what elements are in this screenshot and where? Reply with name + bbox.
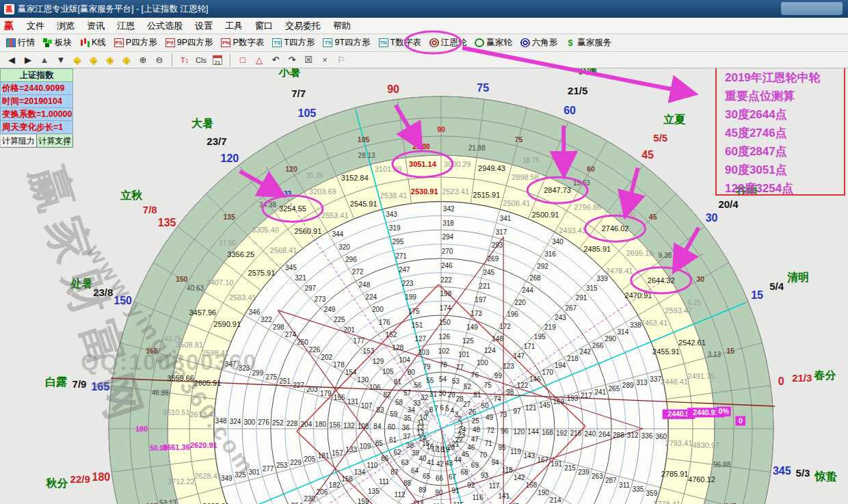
tool-rect-tool[interactable]: □: [235, 53, 250, 67]
svg-text:3407.10: 3407.10: [207, 278, 234, 287]
tool-nav-down[interactable]: ▼: [53, 53, 68, 67]
svg-text:2593.47: 2593.47: [665, 306, 692, 315]
menu-item-formula-stock-pick[interactable]: 公式选股: [141, 18, 189, 34]
toolbar-button-sectors[interactable]: 板块: [40, 36, 77, 50]
tool-nav-forward[interactable]: ▶: [21, 53, 36, 67]
menu-item-gann[interactable]: 江恩: [111, 18, 141, 34]
svg-text:76: 76: [471, 371, 479, 379]
menu-item-news[interactable]: 资讯: [81, 18, 111, 34]
menu-item-trade-entrust[interactable]: 交易委托: [279, 18, 327, 34]
svg-text:299: 299: [252, 369, 264, 377]
tool-rotate-ccw[interactable]: ↶: [268, 53, 283, 67]
9p-square-icon: P9: [165, 38, 175, 47]
tool-cls[interactable]: Cls: [194, 53, 209, 67]
svg-text:37.50: 37.50: [219, 239, 236, 247]
svg-text:82: 82: [383, 391, 391, 399]
tool-flag-tool[interactable]: ⚐: [334, 53, 349, 67]
toolbar-button-p-square[interactable]: PSP四方形: [111, 36, 162, 50]
tool-calendar[interactable]: 21: [210, 53, 225, 67]
toolbar-button-hexagon[interactable]: 六角形: [517, 36, 563, 50]
svg-text:88: 88: [403, 479, 412, 487]
menu-item-file[interactable]: 文件: [21, 18, 51, 34]
toolbar-button-quotes[interactable]: 行情: [3, 36, 40, 50]
svg-text:72: 72: [487, 427, 495, 434]
toolbar-button-t-number-table[interactable]: TNT数字表: [375, 36, 426, 50]
svg-text:2778.41: 2778.41: [653, 500, 680, 504]
svg-text:290: 290: [605, 335, 616, 343]
svg-text:93: 93: [481, 472, 489, 479]
svg-text:159: 159: [358, 498, 369, 504]
toolbar-button-kline[interactable]: K线: [77, 36, 111, 50]
svg-text:61: 61: [389, 436, 397, 444]
svg-text:346: 346: [249, 308, 261, 316]
svg-text:103: 103: [418, 349, 429, 356]
annotation-note-box: 2019年江恩轮中轮重要点位测算30度2644点45度2746点60度2847点…: [715, 68, 845, 196]
svg-text:2746.02: 2746.02: [602, 224, 629, 233]
menu-item-browse[interactable]: 浏览: [51, 18, 81, 34]
svg-text:170: 170: [542, 369, 553, 376]
tool-zoom-out[interactable]: ⊖: [152, 53, 167, 67]
svg-text:2508.41: 2508.41: [503, 199, 531, 207]
svg-text:226: 226: [309, 346, 321, 354]
svg-text:130: 130: [357, 376, 369, 384]
svg-text:119: 119: [510, 448, 521, 455]
svg-text:69: 69: [471, 462, 479, 469]
svg-text:345: 345: [773, 465, 791, 477]
svg-text:191: 191: [551, 460, 562, 468]
svg-text:288: 288: [613, 432, 624, 439]
tool-time-axis[interactable]: T↕: [177, 53, 192, 67]
svg-text:2455.91: 2455.91: [652, 347, 680, 356]
menu-item-tools[interactable]: 工具: [219, 18, 249, 34]
svg-text:273: 273: [315, 295, 326, 303]
tool-pan-left[interactable]: ◆←: [70, 53, 85, 67]
note-line-1: 2019年江恩轮中轮: [725, 68, 844, 87]
pan-up-arrow: ↑: [109, 58, 111, 64]
toolbar-button-p-number-table[interactable]: PNP数字表: [217, 36, 269, 50]
svg-text:2568.41: 2568.41: [270, 246, 297, 254]
tool-nav-up[interactable]: ▲: [37, 53, 52, 67]
tool-triangle-tool[interactable]: △: [252, 53, 267, 67]
svg-text:立秋: 立秋: [120, 189, 143, 201]
svg-text:2470.91: 2470.91: [625, 291, 652, 300]
tool-pan-up[interactable]: ◆↑: [103, 53, 118, 67]
svg-text:216: 216: [570, 429, 582, 437]
tool-pan-right[interactable]: ◆→: [86, 53, 101, 67]
window-controls[interactable]: [781, 2, 843, 15]
svg-text:144: 144: [527, 428, 539, 436]
svg-text:128: 128: [392, 344, 403, 352]
svg-text:169: 169: [553, 398, 565, 406]
tool-rotate-cw[interactable]: ↷: [284, 53, 300, 67]
menu-item-settings[interactable]: 设置: [189, 18, 219, 34]
app-icon: 赢: [4, 4, 14, 14]
svg-text:152: 152: [386, 331, 397, 339]
calc-resistance-button[interactable]: 计算阻力: [0, 134, 37, 148]
tool-nav-back[interactable]: ◀: [4, 53, 19, 67]
svg-text:2440.91: 2440.91: [693, 408, 719, 416]
svg-text:23/8: 23/8: [93, 287, 113, 298]
toolbar-button-winner-wheel[interactable]: 赢家轮: [471, 36, 517, 50]
svg-text:295: 295: [393, 238, 404, 246]
tool-zoom-in[interactable]: ⊕: [135, 53, 150, 67]
toolbar-button-gann-wheel[interactable]: 江恩轮: [426, 36, 472, 50]
menu-item-help[interactable]: 帮助: [327, 18, 357, 34]
svg-text:218: 218: [567, 355, 579, 362]
svg-text:43: 43: [445, 460, 453, 467]
svg-text:30: 30: [438, 390, 447, 397]
svg-text:214: 214: [550, 496, 561, 504]
calc-support-button[interactable]: 计算支撑: [37, 134, 74, 148]
menu-item-window[interactable]: 窗口: [249, 18, 279, 34]
toolbar-button-9t-square[interactable]: T99T四方形: [319, 36, 375, 50]
tool-delete-box[interactable]: ☒: [301, 53, 316, 67]
tool-pan-down[interactable]: ◆↓: [119, 53, 134, 67]
svg-text:215: 215: [564, 464, 576, 472]
svg-text:6: 6: [440, 404, 444, 412]
toolbar-button-winner-service[interactable]: $赢家服务: [562, 36, 616, 50]
toolbar-button-9p-square[interactable]: P99P四方形: [162, 36, 218, 50]
toolbar-button-t-square[interactable]: TST四方形: [269, 36, 319, 50]
svg-text:32: 32: [421, 394, 429, 401]
svg-text:9.38: 9.38: [659, 252, 672, 259]
svg-text:241: 241: [594, 388, 606, 396]
tool-fit-screen[interactable]: ×: [317, 53, 332, 67]
svg-text:319: 319: [389, 224, 401, 232]
toolbar-separator: [172, 54, 172, 66]
